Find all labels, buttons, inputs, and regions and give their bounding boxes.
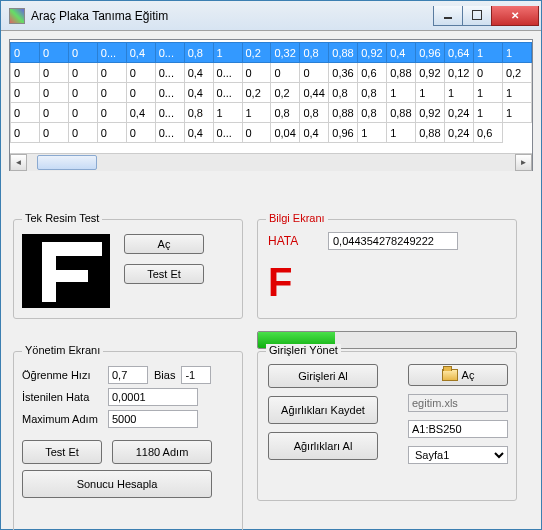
table-cell[interactable]: 0... xyxy=(155,43,184,63)
table-cell[interactable]: 0,4 xyxy=(184,83,213,103)
table-cell[interactable]: 0,4 xyxy=(184,123,213,143)
table-cell[interactable]: 0,8 xyxy=(184,103,213,123)
table-cell[interactable]: 0,2 xyxy=(271,83,300,103)
table-cell[interactable]: 1 xyxy=(445,83,474,103)
table-cell[interactable]: 0 xyxy=(271,63,300,83)
test-image-button[interactable]: Test Et xyxy=(124,264,204,284)
table-cell[interactable]: 0,8 xyxy=(184,43,213,63)
titlebar[interactable]: Araç Plaka Tanıma Eğitim xyxy=(1,1,541,31)
table-cell[interactable]: 0,92 xyxy=(416,103,445,123)
table-row[interactable]: 00000,40...0,8110,80,80,880,80,880,920,2… xyxy=(11,103,532,123)
sheet-select[interactable]: Sayfa1 xyxy=(408,446,508,464)
table-cell[interactable]: 0 xyxy=(11,83,40,103)
calculate-result-button[interactable]: Sonucu Hesapla xyxy=(22,470,212,498)
table-cell[interactable]: 0... xyxy=(213,123,242,143)
desired-error-input[interactable] xyxy=(108,388,198,406)
table-cell[interactable]: 0 xyxy=(97,103,126,123)
table-cell[interactable]: 1 xyxy=(387,123,416,143)
table-cell[interactable]: 0,92 xyxy=(358,43,387,63)
open-file-button[interactable]: Aç xyxy=(408,364,508,386)
table-cell[interactable]: 1 xyxy=(474,43,503,63)
table-cell[interactable]: 0 xyxy=(11,63,40,83)
table-cell[interactable]: 0,6 xyxy=(474,123,503,143)
table-cell[interactable]: 0 xyxy=(97,63,126,83)
table-cell[interactable]: 0,8 xyxy=(300,43,329,63)
table-cell[interactable]: 0,4 xyxy=(126,103,155,123)
table-cell[interactable]: 1 xyxy=(502,103,531,123)
table-cell[interactable]: 1 xyxy=(213,103,242,123)
table-cell[interactable]: 0,44 xyxy=(300,83,329,103)
scroll-right-arrow[interactable]: ► xyxy=(515,154,532,171)
step-count-button[interactable]: 1180 Adım xyxy=(112,440,212,464)
table-cell[interactable]: 0,04 xyxy=(271,123,300,143)
table-cell[interactable]: 0,32 xyxy=(271,43,300,63)
table-cell[interactable]: 0 xyxy=(39,43,68,63)
table-cell[interactable]: 0,64 xyxy=(445,43,474,63)
maximize-button[interactable] xyxy=(462,6,492,26)
table-cell[interactable]: 0,24 xyxy=(445,103,474,123)
table-cell[interactable]: 0,88 xyxy=(416,123,445,143)
table-cell[interactable]: 0... xyxy=(155,83,184,103)
table-cell[interactable]: 0,96 xyxy=(329,123,358,143)
table-cell[interactable]: 0,12 xyxy=(445,63,474,83)
test-button[interactable]: Test Et xyxy=(22,440,102,464)
table-cell[interactable]: 0 xyxy=(68,63,97,83)
table-cell[interactable]: 0 xyxy=(126,123,155,143)
range-input[interactable] xyxy=(408,420,508,438)
table-cell[interactable]: 1 xyxy=(474,103,503,123)
close-button[interactable] xyxy=(491,6,539,26)
table-cell[interactable]: 0 xyxy=(39,103,68,123)
table-cell[interactable]: 0,36 xyxy=(329,63,358,83)
table-row[interactable]: 000000...0,40...0,20,20,440,80,811111 xyxy=(11,83,532,103)
table-cell[interactable]: 0 xyxy=(39,63,68,83)
table-cell[interactable]: 0 xyxy=(11,43,40,63)
table-cell[interactable]: 0 xyxy=(68,83,97,103)
table-cell[interactable]: 0 xyxy=(39,83,68,103)
table-cell[interactable]: 0 xyxy=(68,123,97,143)
table-cell[interactable]: 0,88 xyxy=(387,103,416,123)
table-cell[interactable]: 0 xyxy=(242,123,271,143)
table-cell[interactable]: 0 xyxy=(474,63,503,83)
minimize-button[interactable] xyxy=(433,6,463,26)
table-cell[interactable]: 0,2 xyxy=(502,63,531,83)
table-cell[interactable]: 0,8 xyxy=(300,103,329,123)
table-cell[interactable]: 1 xyxy=(416,83,445,103)
open-image-button[interactable]: Aç xyxy=(124,234,204,254)
table-cell[interactable]: 0,4 xyxy=(300,123,329,143)
table-cell[interactable]: 0 xyxy=(11,103,40,123)
table-cell[interactable]: 0... xyxy=(97,43,126,63)
table-cell[interactable]: 1 xyxy=(213,43,242,63)
table-cell[interactable]: 1 xyxy=(358,123,387,143)
table-cell[interactable]: 0 xyxy=(126,83,155,103)
scroll-thumb[interactable] xyxy=(37,155,97,170)
table-cell[interactable]: 0 xyxy=(11,123,40,143)
table-cell[interactable]: 0,4 xyxy=(126,43,155,63)
table-cell[interactable]: 0,24 xyxy=(445,123,474,143)
table-cell[interactable]: 0,92 xyxy=(416,63,445,83)
table-row[interactable]: 000000...0,40...0000,360,60,880,920,1200… xyxy=(11,63,532,83)
table-cell[interactable]: 0... xyxy=(155,103,184,123)
table-cell[interactable]: 0,96 xyxy=(416,43,445,63)
table-cell[interactable]: 0,88 xyxy=(329,43,358,63)
table-cell[interactable]: 0... xyxy=(155,123,184,143)
max-steps-input[interactable] xyxy=(108,410,198,428)
table-cell[interactable]: 0,6 xyxy=(358,63,387,83)
table-cell[interactable]: 0 xyxy=(97,83,126,103)
table-cell[interactable]: 0... xyxy=(155,63,184,83)
table-cell[interactable]: 0 xyxy=(39,123,68,143)
table-row[interactable]: 0000...0,40...0,810,20,320,80,880,920,40… xyxy=(11,43,532,63)
data-grid[interactable]: 0000...0,40...0,810,20,320,80,880,920,40… xyxy=(9,39,533,171)
table-cell[interactable]: 0,88 xyxy=(329,103,358,123)
table-cell[interactable]: 0 xyxy=(126,63,155,83)
table-cell[interactable]: 0,2 xyxy=(242,83,271,103)
table-cell[interactable]: 0 xyxy=(97,123,126,143)
table-cell[interactable]: 1 xyxy=(502,83,531,103)
table-cell[interactable]: 0,4 xyxy=(184,63,213,83)
table-cell[interactable]: 1 xyxy=(242,103,271,123)
table-cell[interactable]: 0,88 xyxy=(387,63,416,83)
table-cell[interactable]: 0... xyxy=(213,63,242,83)
save-weights-button[interactable]: Ağırlıkları Kaydet xyxy=(268,396,378,424)
table-cell[interactable]: 1 xyxy=(474,83,503,103)
learning-rate-input[interactable] xyxy=(108,366,148,384)
table-cell[interactable]: 0,8 xyxy=(329,83,358,103)
